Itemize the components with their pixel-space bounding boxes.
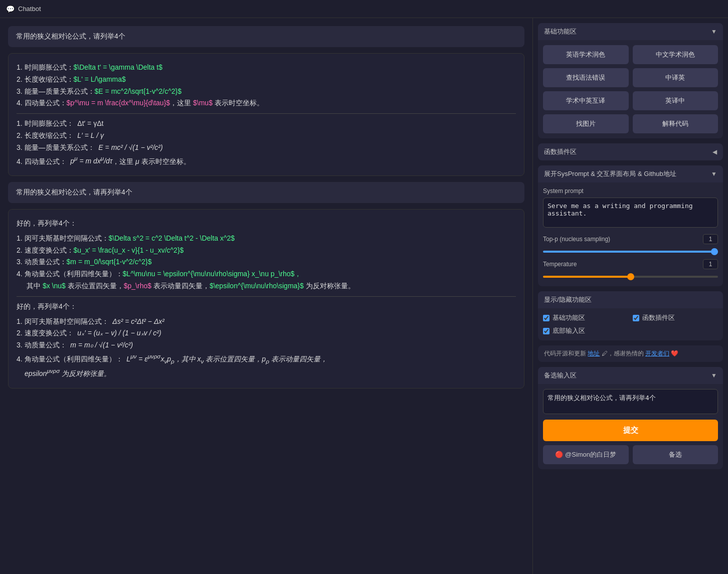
checkbox-plugin-label: 函数插件区 [642,313,675,322]
backup-body: 提交 🔴 @Simon的白日梦 备选 [538,384,723,469]
item-block-3: 3. 动质量公式：$m = m_0/\sqrt{1-v^2/c^2}$ [17,256,516,268]
btn-explain-code[interactable]: 解释代码 [633,114,718,133]
item-block-2: 2. 速度变换公式：$u_x' = \frac{u_x - v}{1 - u_x… [17,245,516,257]
footer-link1[interactable]: 地址 [588,350,600,357]
assistant-message-1: 1. 时间膨胀公式：$\Delta t' = \gamma \Delta t$ … [8,53,524,176]
sysprompt-arrow: ▼ [711,170,717,177]
checkbox-basic[interactable]: 基础功能区 [543,313,629,322]
main-content: 常用的狭义相对论公式，请列举4个 1. 时间膨胀公式：$\Delta t' = … [0,18,728,574]
item-block-4: 4. 角动量公式（利用四维矢量）：$L^\mu\nu = \epsilon^{\… [17,268,516,280]
user-message-2: 常用的狭义相对论公式，请再列举4个 [8,182,524,203]
checkbox-basic-input[interactable] [543,315,550,321]
outro: 好的，再列举4个： [17,301,516,313]
visibility-body: 基础功能区 函数插件区 底部输入区 [538,308,723,340]
temperature-row: Temperature 1 [543,259,718,269]
reset-button[interactable]: 🔴 @Simon的白日梦 [543,445,629,464]
chat-messages[interactable]: 常用的狭义相对论公式，请列举4个 1. 时间膨胀公式：$\Delta t' = … [0,18,532,574]
sysprompt-section: 展开SysPrompt & 交互界面布局 & Github地址 ▼ System… [538,165,723,286]
chat-panel: 常用的狭义相对论公式，请列举4个 1. 时间膨胀公式：$\Delta t' = … [0,18,532,574]
basic-func-title: 基础功能区 [544,27,577,36]
footer-link2[interactable]: 开发者们 [645,350,669,357]
backup-input[interactable] [543,389,718,414]
rendered-ang-note: epsilonμνρσ 为反对称张量。 [17,366,516,379]
backup-extra-button[interactable]: 备选 [633,445,718,464]
app-container: 💬 Chatbot 常用的狭义相对论公式，请列举4个 1. 时间膨胀公式：$\D… [0,0,728,574]
checkbox-grid: 基础功能区 函数插件区 底部输入区 [543,313,718,335]
formula-line-1: 1. 时间膨胀公式：$\Delta t' = \gamma \Delta t$ [17,62,516,74]
user-message-1: 常用的狭义相对论公式，请列举4个 [8,26,524,47]
checkbox-plugin[interactable]: 函数插件区 [633,313,718,322]
checkbox-plugin-input[interactable] [633,315,639,321]
formula-green-mass: $m = m_0/\sqrt{1-v^2/c^2}$ [67,258,152,266]
divider-1 [17,113,516,114]
bottom-buttons: 🔴 @Simon的白日梦 备选 [543,445,718,464]
rendered-line-2: 2. 长度收缩公式： L′ = L / γ [17,130,516,142]
formula-green-ang: $L^\mu\nu = \epsilon^{\mu\nu\rho\sigma} … [123,270,302,278]
formula-green-3: $E = mc^2/\sqrt{1-v^2/c^2}$ [95,87,181,95]
rendered-line-4: 4. 四动量公式： pμ = m dxμ/dτ，这里 μ 表示时空坐标。 [17,154,516,167]
backup-title: 备选输入区 [544,371,577,380]
temperature-slider[interactable] [543,276,718,278]
formula-green-eps: $\epsilon^{\mu\nu\rho\sigma}$ [210,282,304,290]
footer-text2: 🖊，感谢热情的 [602,350,644,357]
assistant-message-2: 好的，再列举4个： 1. 闵可夫斯基时空间隔公式：$\Delta s^2 = c… [8,209,524,389]
rendered-line-1: 1. 时间膨胀公式： Δt′ = γΔt [17,118,516,130]
plugin-func-title: 函数插件区 [544,147,577,156]
btn-academic-translate[interactable]: 学术中英互译 [543,91,629,110]
backup-section: 备选输入区 ▼ 提交 🔴 @Simon的白日梦 备选 [538,367,723,469]
formula-pink-p: $p_\rho$ [124,282,151,290]
checkbox-bottom-label: 底部输入区 [553,326,585,335]
formula-green-1: $\Delta t' = \gamma \Delta t$ [74,63,162,71]
footer-text1: 代码开源和更新 [544,350,586,357]
backup-header[interactable]: 备选输入区 ▼ [538,367,723,384]
btn-zh-en[interactable]: 中译英 [633,68,718,87]
assistant-intro: 好的，再列举4个： [17,218,516,230]
sysprompt-label: System prompt [543,187,718,195]
rendered-line-3: 3. 能量—质量关系公式： E = mc² / √(1 − v²/c²) [17,142,516,154]
sysprompt-input[interactable] [543,198,718,228]
title-bar: 💬 Chatbot [0,0,728,18]
btn-en-zh[interactable]: 英译中 [633,91,718,110]
btn-en-academic[interactable]: 英语学术润色 [543,45,629,64]
plugin-func-section: 函数插件区 ◀ [538,143,723,160]
visibility-title: 显示/隐藏功能区 [544,295,592,304]
weibo-icon: 🔴 [555,451,563,458]
item-block-1: 1. 闵可夫斯基时空间隔公式：$\Delta s^2 = c^2 \Delta … [17,233,516,245]
submit-button[interactable]: 提交 [543,420,718,441]
title-bar-text: Chatbot [18,5,41,13]
checkbox-bottom-input[interactable] [543,328,550,334]
formula-pink-2: $\mu$ [193,99,213,107]
checkbox-basic-label: 基础功能区 [553,313,585,322]
btn-zh-academic[interactable]: 中文学术润色 [633,45,718,64]
basic-func-section: 基础功能区 ▼ 英语学术润色 中文学术润色 查找语法错误 中译英 学术中英互译 … [538,23,723,138]
top-p-row: Top-p (nucleus sampling) 1 [543,234,718,244]
formula-line-2: 2. 长度收缩公式：$L' = L/\gamma$ [17,74,516,86]
top-p-slider[interactable] [543,251,718,253]
formula-green-vel: $u_x' = \frac{u_x - v}{1 - u_xv/c^2}$ [74,246,184,254]
formula-pink-1: $p^\mu = m \frac{dx^\mu}{d\tau}$ [67,99,170,107]
temperature-label: Temperature [543,261,577,268]
visibility-header[interactable]: 显示/隐藏功能区 [538,291,723,308]
formula-green-2: $L' = L/\gamma$ [74,75,126,83]
formula-green-x: $x \nu$ [43,282,66,290]
sysprompt-header[interactable]: 展开SysPrompt & 交互界面布局 & Github地址 ▼ [538,165,723,182]
backup-arrow: ▼ [711,372,717,379]
basic-func-header[interactable]: 基础功能区 ▼ [538,23,723,40]
footer-link-row: 代码开源和更新 地址 🖊，感谢热情的 开发者们 ❤️ [538,345,723,362]
watermark-text: @Simon的白日梦 [565,451,616,458]
btn-find-image[interactable]: 找图片 [543,114,629,133]
checkbox-bottom[interactable]: 底部输入区 [543,326,629,335]
basic-func-arrow: ▼ [711,28,717,35]
basic-func-body: 英语学术润色 中文学术润色 查找语法错误 中译英 学术中英互译 英译中 找图片 … [538,40,723,138]
btn-grammar-check[interactable]: 查找语法错误 [543,68,629,87]
plugin-func-header[interactable]: 函数插件区 ◀ [538,143,723,160]
sidebar: 基础功能区 ▼ 英语学术润色 中文学术润色 查找语法错误 中译英 学术中英互译 … [532,18,728,574]
rendered-ang: 4. 角动量公式（利用四维矢量）： Lμν = εμνρσxνpρ，其中 xν … [17,351,516,366]
top-p-slider-container [543,246,718,254]
rendered-mass: 3. 动质量公式： m = m₀ / √(1 − v²/c²) [17,339,516,351]
visibility-section: 显示/隐藏功能区 基础功能区 函数插件区 [538,291,723,340]
top-p-value: 1 [703,234,718,244]
formula-line-4: 4. 四动量公式：$p^\mu = m \frac{dx^\mu}{d\tau}… [17,97,516,109]
temperature-slider-container [543,271,718,279]
top-p-label: Top-p (nucleus sampling) [543,236,610,243]
